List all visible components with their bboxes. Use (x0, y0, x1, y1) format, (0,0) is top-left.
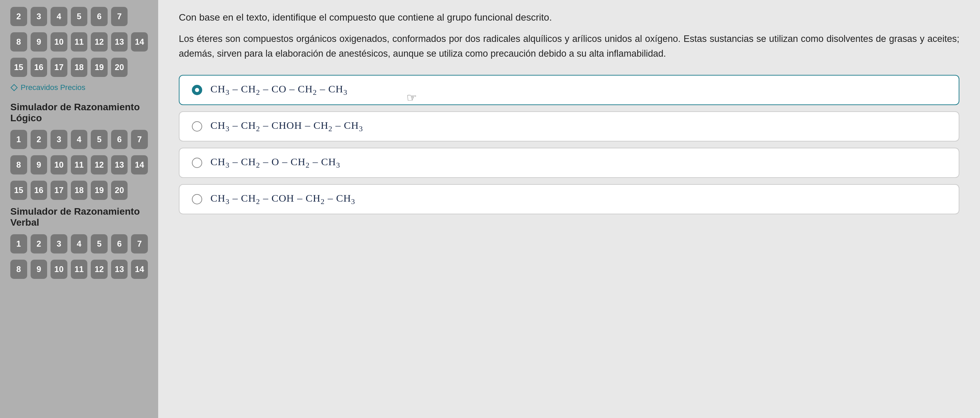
logic-btn-17[interactable]: 17 (51, 180, 67, 200)
option-b[interactable]: CH3 – CH2 – CHOH – CH2 – CH3 (179, 111, 959, 141)
numeric-grid-bot: 15 16 17 18 19 20 (10, 58, 148, 77)
verbal-btn-7[interactable]: 7 (131, 234, 148, 253)
formula-b: CH3 – CH2 – CHOH – CH2 – CH3 (210, 120, 363, 133)
verbal-btn-2[interactable]: 2 (30, 234, 48, 253)
numeric-grid-top: 2 3 4 5 6 7 (10, 7, 148, 26)
num-btn-3[interactable]: 3 (30, 7, 48, 26)
radio-d (192, 194, 202, 204)
num-btn-2[interactable]: 2 (10, 7, 27, 26)
logic-btn-9[interactable]: 9 (30, 155, 48, 174)
verbal-btn-10[interactable]: 10 (51, 260, 67, 279)
num-btn-10[interactable]: 10 (51, 32, 67, 52)
logic-btn-7[interactable]: 7 (131, 130, 148, 149)
logic-btn-6[interactable]: 6 (111, 130, 128, 149)
num-btn-6[interactable]: 6 (91, 7, 108, 26)
logic-btn-19[interactable]: 19 (91, 180, 108, 200)
verbal-btn-12[interactable]: 12 (91, 260, 108, 279)
num-btn-18[interactable]: 18 (71, 58, 88, 77)
precavidos-label: Precavidos Precios (21, 83, 85, 92)
num-btn-12[interactable]: 12 (91, 32, 108, 52)
num-btn-14[interactable]: 14 (131, 32, 148, 52)
logic-grid-row1: 1 2 3 4 5 6 7 (10, 130, 148, 149)
sidebar: 2 3 4 5 6 7 8 9 10 11 12 13 14 15 16 17 … (0, 0, 158, 418)
section3-title: Simulador de Razonamiento Verbal (10, 206, 148, 228)
logic-btn-18[interactable]: 18 (71, 180, 88, 200)
num-btn-13[interactable]: 13 (111, 32, 128, 52)
verbal-btn-9[interactable]: 9 (30, 260, 48, 279)
radio-inner-a (195, 88, 199, 92)
option-a[interactable]: CH3 – CH2 – CO – CH2 – CH3 ☞ (179, 75, 959, 105)
question-text: Con base en el texto, identifique el com… (179, 10, 959, 25)
logic-grid-row2: 8 9 10 11 12 13 14 (10, 155, 148, 174)
option-d[interactable]: CH3 – CH2 – COH – CH2 – CH3 (179, 184, 959, 214)
num-btn-7[interactable]: 7 (111, 7, 128, 26)
option-c[interactable]: CH3 – CH2 – O – CH2 – CH3 (179, 148, 959, 178)
num-btn-11[interactable]: 11 (71, 32, 88, 52)
logic-btn-12[interactable]: 12 (91, 155, 108, 174)
num-btn-5[interactable]: 5 (71, 7, 88, 26)
verbal-grid-row2: 8 9 10 11 12 13 14 (10, 260, 148, 279)
logic-btn-13[interactable]: 13 (111, 155, 128, 174)
formula-a: CH3 – CH2 – CO – CH2 – CH3 (210, 83, 347, 97)
num-btn-20[interactable]: 20 (111, 58, 128, 77)
logic-btn-4[interactable]: 4 (71, 130, 88, 149)
logic-btn-11[interactable]: 11 (71, 155, 88, 174)
logic-btn-10[interactable]: 10 (51, 155, 67, 174)
diamond-icon (10, 84, 18, 91)
section2-title: Simulador de Razonamiento Lógico (10, 102, 148, 124)
verbal-btn-5[interactable]: 5 (91, 234, 108, 253)
logic-grid-row3: 15 16 17 18 19 20 (10, 180, 148, 200)
verbal-btn-4[interactable]: 4 (71, 234, 88, 253)
question-paragraph: Los éteres son compuestos orgánicos oxig… (179, 32, 959, 61)
logic-btn-16[interactable]: 16 (30, 180, 48, 200)
verbal-btn-3[interactable]: 3 (51, 234, 67, 253)
formula-c: CH3 – CH2 – O – CH2 – CH3 (210, 156, 340, 170)
verbal-btn-6[interactable]: 6 (111, 234, 128, 253)
verbal-btn-13[interactable]: 13 (111, 260, 128, 279)
options-container: CH3 – CH2 – CO – CH2 – CH3 ☞ CH3 – CH2 –… (179, 75, 959, 214)
logic-btn-14[interactable]: 14 (131, 155, 148, 174)
num-btn-4[interactable]: 4 (51, 7, 67, 26)
precavidos-link[interactable]: Precavidos Precios (10, 83, 148, 92)
logic-btn-3[interactable]: 3 (51, 130, 67, 149)
num-btn-17[interactable]: 17 (51, 58, 67, 77)
logic-btn-15[interactable]: 15 (10, 180, 27, 200)
verbal-btn-11[interactable]: 11 (71, 260, 88, 279)
logic-btn-20[interactable]: 20 (111, 180, 128, 200)
logic-btn-8[interactable]: 8 (10, 155, 27, 174)
cursor-hand-icon: ☞ (406, 91, 417, 104)
radio-b (192, 121, 202, 131)
radio-a (192, 85, 202, 95)
verbal-btn-14[interactable]: 14 (131, 260, 148, 279)
logic-btn-1[interactable]: 1 (10, 130, 27, 149)
verbal-grid-row1: 1 2 3 4 5 6 7 (10, 234, 148, 253)
numeric-grid-mid: 8 9 10 11 12 13 14 (10, 32, 148, 52)
radio-c (192, 158, 202, 168)
formula-d: CH3 – CH2 – COH – CH2 – CH3 (210, 192, 355, 206)
num-btn-9[interactable]: 9 (30, 32, 48, 52)
num-btn-15[interactable]: 15 (10, 58, 27, 77)
verbal-btn-8[interactable]: 8 (10, 260, 27, 279)
verbal-btn-1[interactable]: 1 (10, 234, 27, 253)
num-btn-8[interactable]: 8 (10, 32, 27, 52)
logic-btn-2[interactable]: 2 (30, 130, 48, 149)
num-btn-16[interactable]: 16 (30, 58, 48, 77)
main-content: Con base en el texto, identifique el com… (158, 0, 980, 418)
logic-btn-5[interactable]: 5 (91, 130, 108, 149)
num-btn-19[interactable]: 19 (91, 58, 108, 77)
